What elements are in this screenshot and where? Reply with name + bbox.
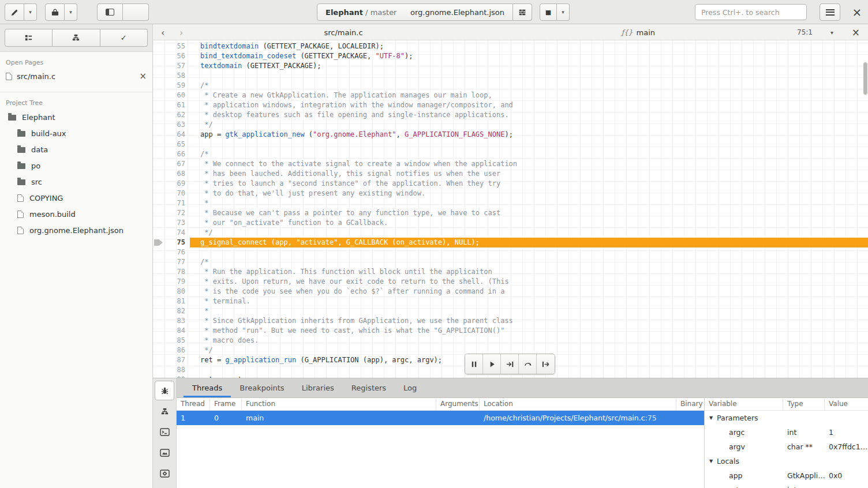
expander-icon[interactable]: ▼: [709, 415, 717, 421]
column-header[interactable]: Location: [480, 398, 676, 410]
nav-back-button[interactable]: ‹: [161, 24, 164, 40]
step-in-button[interactable]: [501, 354, 519, 374]
code-line[interactable]: 67 * We connect to the activate signal t…: [153, 159, 868, 169]
build-mode-button[interactable]: [45, 3, 65, 21]
code-line[interactable]: 72 * Because we can't pass a pointer to …: [153, 208, 868, 218]
tree-item-folder[interactable]: po: [0, 157, 152, 174]
todo-tab-button[interactable]: ✓: [100, 29, 148, 47]
column-header[interactable]: Arguments: [436, 398, 480, 410]
code-line[interactable]: 79 * exits. Upon return, we have our exi…: [153, 277, 868, 287]
column-header[interactable]: Variable: [705, 398, 783, 410]
code-line[interactable]: 84 * method "run". But we need to cast, …: [153, 326, 868, 336]
breakpoint-gutter[interactable]: [153, 346, 164, 355]
breakpoint-gutter[interactable]: [153, 100, 164, 110]
breakpoint-gutter[interactable]: [153, 51, 164, 61]
tab-breakpoints[interactable]: Breakpoints: [231, 378, 293, 397]
code-line[interactable]: 74 */: [153, 228, 868, 238]
code-line[interactable]: 83 * Since GtkApplication inherits from …: [153, 316, 868, 326]
run-options-dropdown-button[interactable]: ▾: [557, 3, 570, 21]
tab-threads[interactable]: Threads: [184, 378, 231, 397]
code-line[interactable]: 57textdomain (GETTEXT_PACKAGE);: [153, 61, 868, 71]
code-line[interactable]: 64app = gtk_application_new ("org.gnome.…: [153, 130, 868, 140]
editor-scrollbar[interactable]: [863, 62, 867, 95]
breakpoint-gutter[interactable]: [153, 81, 164, 91]
breakpoint-gutter[interactable]: [153, 110, 164, 120]
tab-registers[interactable]: Registers: [343, 378, 395, 397]
breakpoint-gutter[interactable]: [153, 355, 164, 365]
tree-item-file[interactable]: meson.build: [0, 206, 152, 222]
edit-mode-button[interactable]: [5, 3, 24, 21]
toggle-bottom-panel-button[interactable]: [123, 3, 149, 21]
breakpoint-gutter[interactable]: [153, 306, 164, 316]
omnibar-button[interactable]: Elephant / master org.gnome.Elephant.jso…: [317, 3, 513, 21]
project-tree-tab-button[interactable]: [53, 29, 100, 47]
breakpoint-gutter[interactable]: [153, 326, 164, 336]
breakpoint-gutter[interactable]: [153, 336, 164, 346]
terminal-panel-button[interactable]: [155, 422, 174, 442]
code-line[interactable]: 66/*: [153, 149, 868, 159]
window-close-button[interactable]: ×: [850, 3, 865, 21]
code-line[interactable]: 55bindtextdomain (GETTEXT_PACKAGE, LOCAL…: [153, 42, 868, 51]
breakpoint-gutter[interactable]: [153, 316, 164, 326]
edit-mode-dropdown-button[interactable]: ▾: [24, 3, 37, 21]
tab-libraries[interactable]: Libraries: [293, 378, 343, 397]
breakpoint-gutter[interactable]: [153, 61, 164, 71]
tree-item-project-root[interactable]: Elephant: [0, 109, 152, 125]
breakpoint-gutter[interactable]: [153, 179, 164, 189]
breakpoint-gutter[interactable]: [153, 91, 164, 100]
runtime-terminal-panel-button[interactable]: [155, 464, 174, 483]
code-line[interactable]: 63 */: [153, 120, 868, 130]
breakpoint-gutter[interactable]: [153, 198, 164, 208]
code-line[interactable]: 59/*: [153, 81, 868, 91]
code-line[interactable]: 81 * terminal.: [153, 296, 868, 306]
build-pipeline-panel-button[interactable]: [155, 401, 174, 421]
variable-row[interactable]: app GtkAppli… 0x0: [705, 468, 868, 483]
nav-forward-button[interactable]: ›: [179, 24, 183, 40]
source-editor[interactable]: 55bindtextdomain (GETTEXT_PACKAGE, LOCAL…: [153, 40, 868, 378]
expander-icon[interactable]: ▼: [709, 459, 717, 464]
code-line[interactable]: 65: [153, 140, 868, 149]
column-header[interactable]: Thread: [177, 398, 210, 410]
breakpoint-gutter[interactable]: [153, 257, 164, 267]
breakpoint-gutter[interactable]: [153, 287, 164, 296]
code-line[interactable]: 58: [153, 71, 868, 81]
code-line[interactable]: 80 * is the code you see when you do `ec…: [153, 287, 868, 296]
tree-item-folder[interactable]: data: [0, 141, 152, 157]
breakpoint-gutter[interactable]: [153, 159, 164, 169]
code-line[interactable]: 78 * Run the application. This function …: [153, 267, 868, 277]
code-line[interactable]: 75g_signal_connect (app, "activate", G_C…: [153, 238, 868, 247]
column-header[interactable]: Frame: [210, 398, 242, 410]
breakpoint-gutter[interactable]: [153, 238, 164, 247]
breakpoint-gutter[interactable]: [153, 365, 164, 375]
code-line[interactable]: 69 * tries to launch a "second instance"…: [153, 179, 868, 189]
tree-item-folder[interactable]: src: [0, 174, 152, 190]
breakpoint-gutter[interactable]: [153, 189, 164, 198]
editor-close-button[interactable]: ×: [852, 24, 860, 40]
breakpoint-gutter[interactable]: [153, 130, 164, 140]
code-line[interactable]: 82 *: [153, 306, 868, 316]
tree-item-file[interactable]: org.gnome.Elephant.json: [0, 222, 152, 238]
breakpoint-gutter[interactable]: [153, 169, 164, 179]
menu-button[interactable]: [820, 3, 840, 21]
tree-item-file[interactable]: COPYING: [0, 190, 152, 206]
variable-row[interactable]: ret int: [705, 483, 868, 488]
stop-button[interactable]: ■: [540, 3, 557, 21]
breakpoint-gutter[interactable]: [153, 296, 164, 306]
code-line[interactable]: 62 * desktop features such as file openi…: [153, 110, 868, 120]
column-header[interactable]: Binary: [676, 398, 704, 410]
column-header[interactable]: Function: [242, 398, 436, 410]
build-output-panel-button[interactable]: [155, 443, 174, 463]
pages-tab-button[interactable]: [5, 29, 53, 47]
close-page-button[interactable]: ×: [139, 71, 147, 81]
column-header[interactable]: Type: [783, 398, 825, 410]
code-line[interactable]: 73 * our "on_activate" function to a GCa…: [153, 218, 868, 228]
build-mode-dropdown-button[interactable]: ▾: [65, 3, 77, 21]
code-line[interactable]: 70 * to do that, we'll just present any …: [153, 189, 868, 198]
pause-button[interactable]: [465, 354, 483, 374]
column-header[interactable]: Value: [825, 398, 868, 410]
breakpoint-gutter[interactable]: [153, 208, 164, 218]
tree-item-folder[interactable]: build-aux: [0, 125, 152, 141]
tab-log[interactable]: Log: [395, 378, 425, 397]
search-input[interactable]: [695, 4, 807, 20]
breakpoint-gutter[interactable]: [153, 277, 164, 287]
